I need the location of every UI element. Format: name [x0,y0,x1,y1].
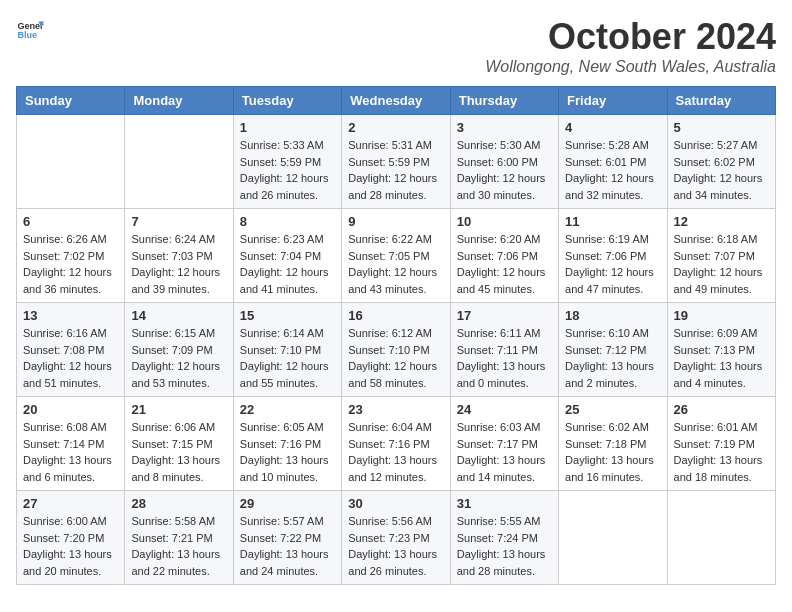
calendar-cell [125,115,233,209]
calendar-cell: 9 Sunrise: 6:22 AMSunset: 7:05 PMDayligh… [342,209,450,303]
calendar-cell: 3 Sunrise: 5:30 AMSunset: 6:00 PMDayligh… [450,115,558,209]
logo: General Blue [16,16,44,44]
day-number: 23 [348,402,443,417]
day-info: Sunrise: 6:09 AMSunset: 7:13 PMDaylight:… [674,327,763,389]
day-number: 29 [240,496,335,511]
day-info: Sunrise: 5:31 AMSunset: 5:59 PMDaylight:… [348,139,437,201]
day-info: Sunrise: 6:15 AMSunset: 7:09 PMDaylight:… [131,327,220,389]
calendar-cell: 21 Sunrise: 6:06 AMSunset: 7:15 PMDaylig… [125,397,233,491]
day-number: 16 [348,308,443,323]
calendar-cell: 19 Sunrise: 6:09 AMSunset: 7:13 PMDaylig… [667,303,775,397]
header-saturday: Saturday [667,87,775,115]
header-wednesday: Wednesday [342,87,450,115]
calendar-cell: 11 Sunrise: 6:19 AMSunset: 7:06 PMDaylig… [559,209,667,303]
day-number: 30 [348,496,443,511]
day-number: 19 [674,308,769,323]
day-info: Sunrise: 6:23 AMSunset: 7:04 PMDaylight:… [240,233,329,295]
calendar-cell: 10 Sunrise: 6:20 AMSunset: 7:06 PMDaylig… [450,209,558,303]
day-info: Sunrise: 6:19 AMSunset: 7:06 PMDaylight:… [565,233,654,295]
calendar-cell: 13 Sunrise: 6:16 AMSunset: 7:08 PMDaylig… [17,303,125,397]
day-info: Sunrise: 6:04 AMSunset: 7:16 PMDaylight:… [348,421,437,483]
day-number: 6 [23,214,118,229]
day-number: 5 [674,120,769,135]
day-info: Sunrise: 6:16 AMSunset: 7:08 PMDaylight:… [23,327,112,389]
calendar-cell: 2 Sunrise: 5:31 AMSunset: 5:59 PMDayligh… [342,115,450,209]
calendar-week-row: 6 Sunrise: 6:26 AMSunset: 7:02 PMDayligh… [17,209,776,303]
calendar-cell: 28 Sunrise: 5:58 AMSunset: 7:21 PMDaylig… [125,491,233,585]
calendar-cell: 6 Sunrise: 6:26 AMSunset: 7:02 PMDayligh… [17,209,125,303]
day-number: 12 [674,214,769,229]
day-number: 14 [131,308,226,323]
calendar-cell: 14 Sunrise: 6:15 AMSunset: 7:09 PMDaylig… [125,303,233,397]
day-number: 20 [23,402,118,417]
calendar-week-row: 13 Sunrise: 6:16 AMSunset: 7:08 PMDaylig… [17,303,776,397]
calendar-cell: 20 Sunrise: 6:08 AMSunset: 7:14 PMDaylig… [17,397,125,491]
day-number: 22 [240,402,335,417]
header-sunday: Sunday [17,87,125,115]
day-number: 15 [240,308,335,323]
day-info: Sunrise: 5:57 AMSunset: 7:22 PMDaylight:… [240,515,329,577]
calendar-cell [667,491,775,585]
day-number: 17 [457,308,552,323]
day-info: Sunrise: 6:11 AMSunset: 7:11 PMDaylight:… [457,327,546,389]
calendar-cell: 25 Sunrise: 6:02 AMSunset: 7:18 PMDaylig… [559,397,667,491]
day-number: 26 [674,402,769,417]
day-number: 10 [457,214,552,229]
logo-icon: General Blue [16,16,44,44]
day-info: Sunrise: 6:22 AMSunset: 7:05 PMDaylight:… [348,233,437,295]
day-info: Sunrise: 6:05 AMSunset: 7:16 PMDaylight:… [240,421,329,483]
day-number: 8 [240,214,335,229]
day-number: 25 [565,402,660,417]
calendar-cell: 29 Sunrise: 5:57 AMSunset: 7:22 PMDaylig… [233,491,341,585]
calendar-week-row: 1 Sunrise: 5:33 AMSunset: 5:59 PMDayligh… [17,115,776,209]
calendar-table: Sunday Monday Tuesday Wednesday Thursday… [16,86,776,585]
day-number: 18 [565,308,660,323]
day-info: Sunrise: 6:03 AMSunset: 7:17 PMDaylight:… [457,421,546,483]
day-info: Sunrise: 5:55 AMSunset: 7:24 PMDaylight:… [457,515,546,577]
day-number: 2 [348,120,443,135]
day-info: Sunrise: 6:08 AMSunset: 7:14 PMDaylight:… [23,421,112,483]
day-info: Sunrise: 6:10 AMSunset: 7:12 PMDaylight:… [565,327,654,389]
day-info: Sunrise: 6:02 AMSunset: 7:18 PMDaylight:… [565,421,654,483]
calendar-cell: 1 Sunrise: 5:33 AMSunset: 5:59 PMDayligh… [233,115,341,209]
calendar-header-row: Sunday Monday Tuesday Wednesday Thursday… [17,87,776,115]
day-number: 9 [348,214,443,229]
calendar-week-row: 20 Sunrise: 6:08 AMSunset: 7:14 PMDaylig… [17,397,776,491]
calendar-cell: 12 Sunrise: 6:18 AMSunset: 7:07 PMDaylig… [667,209,775,303]
day-info: Sunrise: 6:20 AMSunset: 7:06 PMDaylight:… [457,233,546,295]
calendar-cell: 18 Sunrise: 6:10 AMSunset: 7:12 PMDaylig… [559,303,667,397]
calendar-cell: 26 Sunrise: 6:01 AMSunset: 7:19 PMDaylig… [667,397,775,491]
calendar-cell: 4 Sunrise: 5:28 AMSunset: 6:01 PMDayligh… [559,115,667,209]
calendar-cell: 24 Sunrise: 6:03 AMSunset: 7:17 PMDaylig… [450,397,558,491]
day-info: Sunrise: 5:33 AMSunset: 5:59 PMDaylight:… [240,139,329,201]
header-monday: Monday [125,87,233,115]
calendar-cell [17,115,125,209]
day-number: 4 [565,120,660,135]
month-title: October 2024 [485,16,776,58]
calendar-cell: 17 Sunrise: 6:11 AMSunset: 7:11 PMDaylig… [450,303,558,397]
header-thursday: Thursday [450,87,558,115]
calendar-cell: 30 Sunrise: 5:56 AMSunset: 7:23 PMDaylig… [342,491,450,585]
calendar-cell: 7 Sunrise: 6:24 AMSunset: 7:03 PMDayligh… [125,209,233,303]
header-friday: Friday [559,87,667,115]
calendar-cell: 5 Sunrise: 5:27 AMSunset: 6:02 PMDayligh… [667,115,775,209]
day-number: 11 [565,214,660,229]
day-info: Sunrise: 6:18 AMSunset: 7:07 PMDaylight:… [674,233,763,295]
calendar-cell: 27 Sunrise: 6:00 AMSunset: 7:20 PMDaylig… [17,491,125,585]
calendar-cell: 8 Sunrise: 6:23 AMSunset: 7:04 PMDayligh… [233,209,341,303]
calendar-cell: 16 Sunrise: 6:12 AMSunset: 7:10 PMDaylig… [342,303,450,397]
day-number: 13 [23,308,118,323]
calendar-cell: 31 Sunrise: 5:55 AMSunset: 7:24 PMDaylig… [450,491,558,585]
day-info: Sunrise: 6:01 AMSunset: 7:19 PMDaylight:… [674,421,763,483]
day-info: Sunrise: 6:24 AMSunset: 7:03 PMDaylight:… [131,233,220,295]
day-info: Sunrise: 6:26 AMSunset: 7:02 PMDaylight:… [23,233,112,295]
day-number: 31 [457,496,552,511]
day-info: Sunrise: 5:30 AMSunset: 6:00 PMDaylight:… [457,139,546,201]
day-info: Sunrise: 6:14 AMSunset: 7:10 PMDaylight:… [240,327,329,389]
day-info: Sunrise: 5:58 AMSunset: 7:21 PMDaylight:… [131,515,220,577]
day-info: Sunrise: 6:06 AMSunset: 7:15 PMDaylight:… [131,421,220,483]
svg-text:Blue: Blue [17,30,37,40]
day-number: 1 [240,120,335,135]
day-info: Sunrise: 6:12 AMSunset: 7:10 PMDaylight:… [348,327,437,389]
day-info: Sunrise: 5:56 AMSunset: 7:23 PMDaylight:… [348,515,437,577]
